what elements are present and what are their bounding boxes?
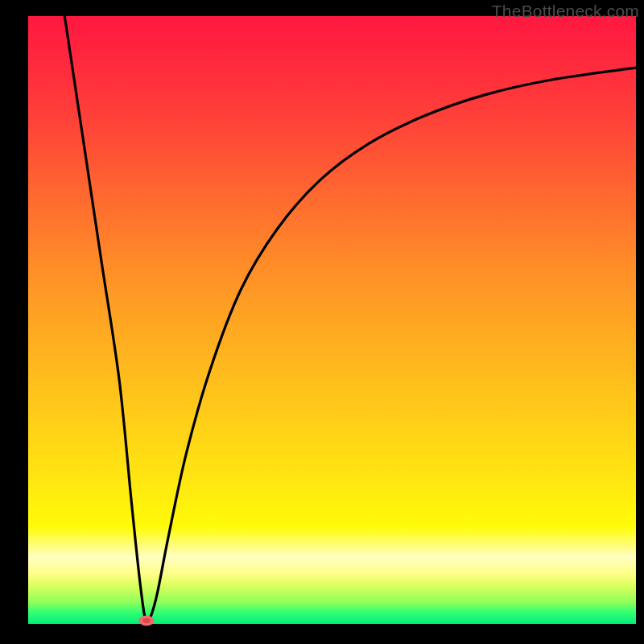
- plot-area: [28, 16, 636, 624]
- chart-frame: TheBottleneck.com: [0, 0, 644, 644]
- current-config-marker-core: [143, 618, 151, 623]
